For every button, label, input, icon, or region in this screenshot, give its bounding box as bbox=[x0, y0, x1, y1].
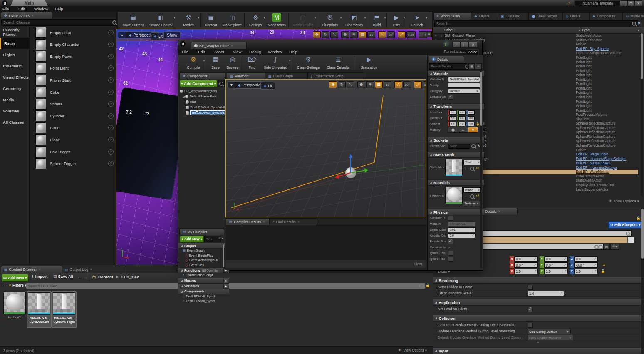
scale-tool[interactable]: ⤡ bbox=[347, 81, 354, 88]
doc-tab-event-graph[interactable]: ▦Event Graph bbox=[265, 72, 312, 80]
section-input[interactable]: ◢Input bbox=[433, 347, 644, 354]
bp-section-macros[interactable]: ◢Macros+ bbox=[178, 278, 229, 284]
checkbox[interactable] bbox=[448, 251, 453, 256]
translate-tool[interactable]: ✥ bbox=[329, 81, 337, 88]
sort-asc-icon[interactable]: ▲ bbox=[578, 29, 581, 32]
tab-details[interactable]: Details✕ bbox=[482, 208, 518, 215]
outliner-type[interactable]: Edit BP_IncameraSettings bbox=[576, 165, 617, 170]
my-blueprint-scrollbar[interactable] bbox=[223, 244, 224, 267]
tutorial-cap-icon[interactable]: 🎓 bbox=[444, 42, 450, 47]
place-item-cylinder[interactable]: Cylinder? bbox=[30, 110, 117, 122]
display-filter-eye-icon[interactable]: 👁 bbox=[475, 63, 482, 70]
chevron-down-icon[interactable]: ▼ bbox=[173, 16, 176, 19]
grid-snap[interactable]: ▦ bbox=[375, 81, 383, 88]
bp-menu-help[interactable]: Help bbox=[289, 50, 297, 54]
bp-item-eventactorbeginov[interactable]: ◇Event ActorBeginOv bbox=[178, 258, 225, 262]
view-options-button[interactable]: 👁View Options ▾ bbox=[609, 199, 639, 203]
clear-icon[interactable]: ✕ bbox=[477, 144, 480, 148]
value-input[interactable]: 0.01⤢ bbox=[448, 227, 476, 232]
help-icon[interactable]: ? bbox=[108, 137, 114, 142]
bp-section-sockets[interactable]: ◢Sockets bbox=[428, 137, 484, 143]
sources-panel-icon[interactable]: ≔ bbox=[2, 283, 5, 287]
grid-snap-size[interactable]: 10 bbox=[367, 31, 375, 38]
use-selected-arrow-icon[interactable]: ← bbox=[464, 194, 468, 198]
import-button[interactable]: ⬇Import bbox=[31, 274, 47, 279]
toolbar-button-save-current[interactable]: ▤Save Current bbox=[121, 13, 145, 29]
rotation-snap[interactable]: △ bbox=[378, 31, 386, 38]
edit-blueprint-button[interactable]: ⚙Edit Blueprint ▾ bbox=[608, 221, 642, 229]
lock-icon[interactable]: 🔒 bbox=[476, 122, 480, 126]
checkbox[interactable] bbox=[448, 257, 453, 262]
bp-menu-debug[interactable]: Debug bbox=[249, 50, 261, 54]
revert-icon[interactable]: ↺ bbox=[476, 166, 479, 170]
mobility-static[interactable]: ⬤ bbox=[448, 127, 458, 133]
category-cinematic[interactable]: Cinematic bbox=[0, 60, 29, 71]
menu-file[interactable]: File bbox=[2, 7, 9, 11]
component-tree-item[interactable]: BP_WarpMonitor(self) bbox=[178, 88, 225, 94]
bp-details-scroll-thumb[interactable] bbox=[480, 72, 482, 126]
grid-snap[interactable]: ▦ bbox=[359, 31, 367, 38]
cycle-coord[interactable]: ⬢ bbox=[341, 31, 349, 38]
place-item-cube[interactable]: Cube? bbox=[30, 86, 117, 98]
help-icon[interactable]: ? bbox=[108, 65, 114, 71]
category-volumes[interactable]: Volumes bbox=[0, 105, 29, 116]
browse-icon[interactable] bbox=[470, 167, 474, 171]
place-item-empty-pawn[interactable]: Empty Pawn? bbox=[30, 50, 117, 62]
category-geometry[interactable]: Geometry bbox=[0, 83, 29, 94]
static-mesh-thumbnail[interactable] bbox=[445, 159, 463, 176]
component-add-box[interactable] bbox=[627, 237, 634, 243]
bp-toolbar-hide-unrelated[interactable]: ʃHide Unrelated▼ bbox=[261, 56, 290, 71]
help-icon[interactable]: ? bbox=[108, 161, 114, 166]
bp-toolbar-class-defaults[interactable]: ≣Class Defaults bbox=[324, 56, 352, 71]
rotation-snap[interactable]: △ bbox=[394, 81, 402, 88]
clear-button[interactable]: Clear bbox=[414, 262, 422, 266]
checkbox[interactable] bbox=[528, 285, 533, 290]
details-scroll-thumb[interactable] bbox=[641, 209, 644, 259]
maximize-button[interactable]: ▢ bbox=[627, 0, 635, 6]
toolbar-button-play[interactable]: ▶Play▼ bbox=[388, 13, 405, 29]
chevron-down-icon[interactable]: ▼ bbox=[425, 16, 428, 19]
tab-multi-user-b[interactable]: ⚇Multi-User B bbox=[622, 12, 644, 20]
bp-item-eventtick[interactable]: ◇Event Tick bbox=[178, 263, 225, 267]
toolbar-button-blueprints[interactable]: ✇Blueprints▼ bbox=[318, 13, 342, 29]
browse-icon[interactable] bbox=[470, 194, 474, 199]
component-tree-item[interactable]: root bbox=[178, 99, 225, 105]
axis-field[interactable]: 1.0 bbox=[466, 122, 475, 126]
use-selected-arrow-icon[interactable]: ← bbox=[464, 166, 468, 170]
toolbar-button-launch[interactable]: ➤Launch▼ bbox=[407, 13, 427, 29]
add-new-button[interactable]: + Add New ▾ bbox=[180, 236, 204, 242]
section-replication[interactable]: ◢Replication bbox=[433, 299, 644, 306]
breadcrumb-content[interactable]: Content bbox=[98, 274, 113, 279]
axis-field[interactable]: 0.0 bbox=[457, 110, 466, 115]
surface-snap[interactable]: ⚟ bbox=[350, 31, 358, 38]
checkbox[interactable] bbox=[528, 307, 533, 312]
search-icon[interactable] bbox=[471, 144, 476, 148]
outliner-row[interactable]: 👁⌂SM_Ground_PlaneStaticMeshActor bbox=[433, 33, 638, 38]
close-icon[interactable]: ✕ bbox=[498, 210, 501, 213]
place-item-player-start[interactable]: Player Start? bbox=[30, 74, 117, 86]
bp-section-materials[interactable]: ◢Materials bbox=[428, 179, 484, 186]
chevron-down-icon[interactable]: ▼ bbox=[203, 59, 206, 62]
outliner-type[interactable]: Edit BP_WarpMonitor bbox=[576, 170, 609, 174]
grid-view-icon[interactable]: ▦ bbox=[603, 244, 610, 250]
axis-field[interactable]: 1.0 bbox=[448, 122, 456, 126]
tab-components[interactable]: ❖Components bbox=[179, 72, 226, 79]
lock-icon[interactable]: 🔒 bbox=[601, 269, 605, 273]
type-filter-icon[interactable]: ▼ bbox=[637, 29, 640, 32]
column-header-label[interactable]: Label bbox=[444, 28, 453, 32]
help-icon[interactable]: ? bbox=[108, 90, 114, 95]
axis-field[interactable]: 0.0 bbox=[466, 110, 475, 115]
bp-toolbar-save[interactable]: ▤Save bbox=[208, 56, 223, 71]
back-arrow-icon[interactable]: ← bbox=[77, 274, 82, 279]
show-menu-button[interactable]: Show bbox=[163, 31, 181, 39]
category-all-classes[interactable]: All Classes bbox=[0, 117, 29, 127]
bp-toolbar-find[interactable]: ⌦Find bbox=[245, 56, 259, 71]
outliner-settings-icon[interactable]: ⚑ bbox=[637, 21, 641, 25]
outliner-search-input[interactable]: Search... bbox=[434, 20, 638, 27]
axis-field[interactable]: 0.0 bbox=[457, 116, 466, 120]
dropdown[interactable]: Use Config Default▼ bbox=[528, 329, 571, 334]
toolbar-button-content[interactable]: ▦Content bbox=[202, 13, 220, 29]
place-item-sphere[interactable]: Sphere? bbox=[30, 98, 117, 110]
axis-field[interactable]: 0.0 bbox=[448, 110, 456, 115]
outliner-type[interactable]: Edit BP_IncameraStageSettings bbox=[576, 157, 626, 161]
